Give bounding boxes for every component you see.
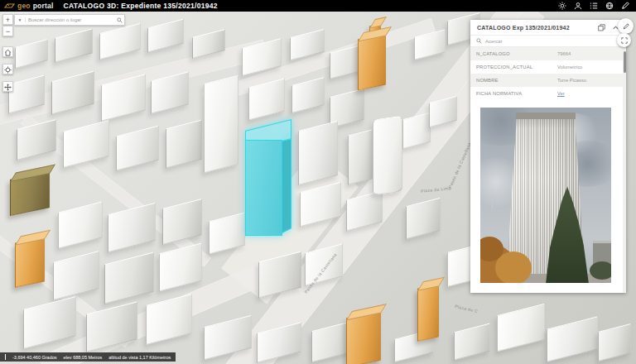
panel-header: CATALOGO Exp 135/2021/01942 <box>470 20 626 35</box>
street-label-plaza-lima: Plaza de Lima <box>421 185 451 194</box>
catalog-panel: CATALOGO Exp 135/2021/01942 N_CATALOGO 7… <box>470 20 626 293</box>
protected-building-bottom[interactable] <box>346 311 381 364</box>
table-row: FICHA NORMATIVA Ver <box>470 87 626 100</box>
fullscreen-button[interactable] <box>617 33 631 47</box>
zoom-out-button[interactable]: − <box>2 26 13 36</box>
page-title: CATALOGO 3D: Expediente 135/2021/01942 <box>64 2 218 10</box>
attr-value: 79664 <box>557 51 571 56</box>
layer-list-icon[interactable] <box>590 2 598 10</box>
table-row: N_CATALOGO 79664 <box>470 47 626 60</box>
home-icon <box>4 49 12 56</box>
photo-shrub <box>590 261 611 280</box>
locate-crosshair-icon <box>4 66 12 74</box>
street-label-castellana-upper: Paseo de la Castellana <box>447 141 472 189</box>
zoom-in-button[interactable]: + <box>2 14 13 25</box>
panel-search-row <box>470 35 626 47</box>
selected-building-side-face <box>282 131 292 233</box>
top-bar: geoportal CATALOGO 3D: Expediente 135/20… <box>0 0 636 12</box>
attr-field: NOMBRE <box>476 78 557 83</box>
elevation-readout: elev 688,05 Metros <box>64 355 103 360</box>
panel-search-icon[interactable] <box>476 38 482 44</box>
search-dropdown-caret[interactable]: ▼ <box>15 17 26 22</box>
building-photo-torre-picasso[interactable] <box>480 108 611 283</box>
edit-tool-button[interactable] <box>618 18 634 34</box>
basemap-globe-icon[interactable] <box>605 2 614 10</box>
ficha-normativa-link[interactable]: Ver <box>557 91 565 96</box>
table-row: PROTECCION_ACTUAL Volumetrico <box>470 60 626 74</box>
user-icon[interactable] <box>574 2 582 10</box>
logo-text-portal: portal <box>33 2 54 10</box>
locate-button[interactable] <box>2 64 13 74</box>
app-window: geoportal CATALOGO 3D: Expediente 135/20… <box>0 0 636 364</box>
protected-building-topright[interactable] <box>358 33 386 90</box>
attr-field: FICHA NORMATIVA <box>476 91 557 96</box>
attr-field: PROTECCION_ACTUAL <box>476 65 557 69</box>
view-altitude-readout: altitud de vista 1,17 Kilómetros <box>108 355 171 360</box>
panel-title: CATALOGO Exp 135/2021/01942 <box>477 25 591 31</box>
photo-tower-crown <box>516 113 576 118</box>
home-button[interactable] <box>2 46 13 57</box>
pan-arrows-icon <box>4 84 12 91</box>
street-label-plaza-partial: Plaza de C <box>455 304 479 314</box>
attribute-table: N_CATALOGO 79664 PROTECCION_ACTUAL Volum… <box>470 47 626 100</box>
attr-value: Volumetrico <box>557 65 582 69</box>
panel-scrollbar-thumb[interactable] <box>624 51 626 73</box>
attr-field: N_CATALOGO <box>476 51 557 56</box>
crane <box>484 197 494 198</box>
crane <box>492 197 493 209</box>
pan-navigation-button[interactable] <box>2 81 13 92</box>
selected-building-torre-picasso[interactable] <box>243 120 296 242</box>
coordinates-readout: -3,694 40,460 Grados <box>12 355 57 360</box>
logo-text-geo: geo <box>17 2 31 10</box>
map-search-box: ▼ <box>14 14 125 26</box>
panel-filter-input[interactable] <box>482 39 620 44</box>
attr-value: Torre Picasso <box>557 78 586 83</box>
topbar-icons <box>558 2 632 10</box>
search-input[interactable] <box>26 17 114 22</box>
status-bar: -3,694 40,460 Grados elev 688,05 Metros … <box>0 352 176 362</box>
expand-icon <box>621 37 628 44</box>
edit-pencil-icon[interactable] <box>621 2 629 10</box>
search-icon[interactable] <box>114 17 124 23</box>
status-divider <box>5 354 6 360</box>
geoportal-logo[interactable]: geoportal <box>4 2 54 10</box>
dock-panel-icon[interactable] <box>598 24 605 31</box>
pencil-icon <box>623 23 629 30</box>
sun-daylight-icon[interactable] <box>558 2 566 10</box>
logo-cube-icon <box>4 2 15 10</box>
table-row: NOMBRE Torre Picasso <box>470 74 626 87</box>
selected-building-front-face <box>245 140 282 236</box>
protected-building-right[interactable] <box>417 284 439 342</box>
protected-building-olive[interactable] <box>10 171 50 216</box>
panel-scrollbar <box>623 48 626 293</box>
protected-building-left[interactable] <box>15 237 45 288</box>
